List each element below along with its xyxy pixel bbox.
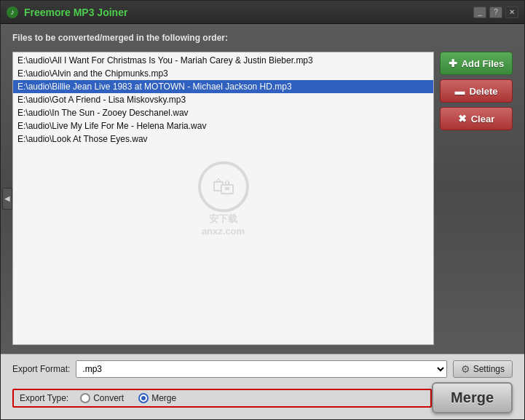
buttons-panel: ✚ Add Files ▬ Delete ✖ Clear: [440, 52, 513, 345]
delete-button[interactable]: ▬ Delete: [440, 79, 513, 103]
file-item[interactable]: E:\audio\Live My Life For Me - Helena Ma…: [13, 119, 433, 132]
section-label: Files to be converted/merged in the foll…: [12, 33, 513, 43]
merge-label: Merge: [151, 393, 176, 403]
file-item[interactable]: E:\audio\Billie Jean Live 1983 at MOTOWN…: [13, 80, 433, 93]
title-bar: ♪ Freemore MP3 Joiner _ ? ✕: [1, 1, 524, 24]
file-item[interactable]: E:\audio\In The Sun - Zooey Deschanel.wa…: [13, 106, 433, 119]
add-files-button[interactable]: ✚ Add Files: [440, 52, 513, 75]
bottom-row: Export Type: Convert Merge: [12, 382, 513, 413]
help-button[interactable]: ?: [489, 7, 502, 18]
file-list-container: 🛍 安下载 anxz.com E:\audio\All I Want For C…: [12, 52, 434, 345]
bottom-section: Export Format: .mp3 ⚙ Settings Export Ty…: [1, 354, 524, 419]
format-select[interactable]: .mp3: [76, 360, 446, 378]
radio-group: Convert Merge: [80, 393, 176, 403]
file-item[interactable]: E:\audio\Alvin and the Chipmunks.mp3: [13, 67, 433, 80]
export-format-row: Export Format: .mp3 ⚙ Settings: [12, 360, 513, 378]
merge-button[interactable]: Merge: [432, 382, 513, 413]
delete-label: Delete: [469, 86, 497, 97]
plus-icon: ✚: [449, 58, 457, 69]
file-item[interactable]: E:\audio\Got A Friend - Lisa Miskovsky.m…: [13, 93, 433, 106]
merge-option[interactable]: Merge: [138, 393, 176, 403]
minimize-button[interactable]: _: [473, 7, 486, 18]
format-label: Export Format:: [12, 364, 70, 374]
clear-button[interactable]: ✖ Clear: [440, 107, 513, 130]
add-files-label: Add Files: [462, 58, 505, 69]
settings-label: Settings: [473, 364, 505, 374]
main-window: ♪ Freemore MP3 Joiner _ ? ✕ Files to be …: [0, 0, 525, 420]
clear-label: Clear: [471, 114, 495, 124]
export-type-row: Export Type: Convert Merge: [12, 389, 432, 408]
title-controls: _ ? ✕: [473, 7, 518, 18]
content-area: Files to be converted/merged in the foll…: [1, 24, 524, 354]
scroll-left-arrow[interactable]: ◀: [2, 188, 12, 210]
app-title: Freemore MP3 Joiner: [24, 7, 127, 18]
app-icon: ♪: [7, 7, 18, 18]
radio-dot: [141, 396, 146, 400]
file-item[interactable]: E:\audio\Look At Those Eyes.wav: [13, 132, 433, 146]
file-item[interactable]: E:\audio\All I Want For Christmas Is You…: [13, 54, 433, 67]
file-list: E:\audio\All I Want For Christmas Is You…: [13, 52, 433, 344]
files-section: ◀ 🛍 安下载 anxz.com E:\audio\All I Want For…: [12, 52, 513, 345]
minus-icon: ▬: [454, 85, 465, 97]
convert-label: Convert: [93, 393, 124, 403]
convert-radio[interactable]: [80, 393, 90, 403]
x-icon: ✖: [458, 113, 467, 124]
export-type-label: Export Type:: [20, 393, 68, 403]
bottom-left: Export Type: Convert Merge: [12, 389, 432, 408]
merge-radio[interactable]: [138, 393, 149, 403]
convert-option[interactable]: Convert: [80, 393, 124, 403]
close-button[interactable]: ✕: [505, 7, 518, 18]
settings-button[interactable]: ⚙ Settings: [453, 360, 513, 378]
title-bar-left: ♪ Freemore MP3 Joiner: [7, 7, 127, 18]
gear-icon: ⚙: [461, 363, 470, 375]
